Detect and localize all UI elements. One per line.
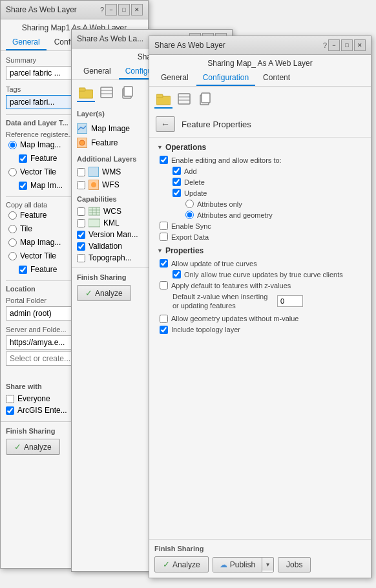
wfs-check[interactable] (77, 181, 85, 189)
feature-check[interactable] (19, 154, 27, 163)
copy-feature-check-label: Feature (30, 265, 57, 274)
copy-tile-radio[interactable] (8, 225, 17, 233)
back-btn[interactable]: ← (156, 116, 175, 132)
copy-map-image-label: Map Imag... (20, 238, 61, 247)
kml-check[interactable] (77, 219, 85, 227)
operations-header[interactable]: ▼ Operations (157, 143, 363, 152)
tab-general-3[interactable]: General (154, 70, 195, 86)
wcs-check[interactable] (77, 207, 85, 216)
list-svg (100, 86, 113, 99)
btn-row-3: ✓ Analyze ☁ Publish ▾ Jobs (154, 556, 366, 572)
wcs-icon (89, 207, 100, 216)
publish-main-btn[interactable]: ☁ Publish (213, 558, 262, 572)
validation-label: Validation (89, 242, 122, 251)
toolbar-folder-icon-3[interactable] (154, 90, 172, 109)
toolbar-list-icon[interactable] (98, 84, 116, 102)
question-icon-3[interactable]: ? (323, 41, 327, 49)
delete-check[interactable] (172, 178, 181, 186)
analyze-label-3: Analyze (172, 560, 200, 569)
analyze-btn-2[interactable]: ✓ Analyze (77, 285, 131, 301)
minimize-btn-3[interactable]: − (328, 39, 340, 51)
operations-label: Operations (165, 143, 206, 152)
attributes-geometry-label: Attributes and geometry (197, 211, 273, 219)
analyze-btn-1[interactable]: ✓ Analyze (6, 439, 60, 455)
attributes-geometry-radio[interactable] (185, 211, 194, 219)
finish-sharing-3: Finish Sharing ✓ Analyze ☁ Publish ▾ Job… (149, 539, 371, 578)
add-check[interactable] (172, 167, 181, 175)
export-data-row: Export Data (160, 233, 363, 241)
radio-vector-tile-label: Vector Tile (20, 167, 56, 176)
feature-check-label: Feature (30, 154, 57, 163)
copy-map-image-radio[interactable] (8, 238, 17, 247)
toolbar-list-icon-3[interactable] (175, 90, 193, 109)
allow-geometry-check[interactable] (160, 315, 168, 323)
allow-true-curves-check[interactable] (160, 259, 168, 268)
apply-default-label: Apply default to features with z-values (171, 282, 291, 289)
export-data-check[interactable] (160, 233, 168, 241)
topography-check[interactable] (77, 254, 85, 262)
add-row: Add (172, 167, 363, 175)
everyone-label: Everyone (17, 394, 50, 403)
map-im-check-label: Map Im... (30, 181, 63, 190)
radio-map-image-input[interactable] (8, 141, 17, 149)
back-arrow-icon: ← (161, 119, 170, 129)
validation-check[interactable] (77, 242, 85, 251)
wms-check[interactable] (77, 168, 85, 176)
minimize-btn-1[interactable]: − (105, 4, 117, 16)
include-topology-label: Include topology layer (171, 326, 240, 333)
toolbar-copy-icon-3[interactable] (196, 90, 214, 109)
check-icon-analyze-3: ✓ (163, 560, 170, 569)
properties-section-label: Properties (165, 246, 204, 255)
analyze-btn-3[interactable]: ✓ Analyze (154, 556, 209, 572)
include-topology-check[interactable] (160, 326, 168, 334)
arcgis-check[interactable] (6, 406, 14, 415)
allow-geometry-row: Allow geometry updates without m-value (160, 315, 363, 323)
svg-rect-6 (124, 87, 132, 96)
include-topology-row: Include topology layer (160, 326, 363, 334)
default-z-input[interactable] (277, 295, 303, 307)
map-im-check[interactable] (19, 182, 27, 190)
topography-label: Topograph... (89, 253, 132, 262)
map-image-label: Map Image (91, 124, 130, 133)
svg-point-10 (91, 182, 96, 187)
question-icon-1[interactable]: ? (100, 6, 104, 14)
jobs-btn[interactable]: Jobs (278, 557, 311, 572)
maximize-btn-3[interactable]: □ (341, 39, 353, 51)
copy-feature-radio[interactable] (8, 211, 17, 220)
default-z-row: Default z-value when inserting or updati… (160, 292, 363, 311)
enable-sync-row: Enable Sync (160, 222, 363, 230)
tab-content-3[interactable]: Content (256, 70, 297, 86)
version-check[interactable] (77, 231, 85, 239)
enable-sync-check[interactable] (160, 222, 168, 230)
tab-general-1[interactable]: General (6, 35, 47, 50)
delete-label: Delete (184, 178, 205, 186)
list-svg-3 (178, 92, 191, 105)
copy-feature-check[interactable] (19, 266, 27, 274)
update-check[interactable] (172, 189, 181, 197)
svg-rect-9 (90, 168, 98, 176)
default-z-label: Default z-value when inserting or updati… (172, 292, 269, 311)
publish-dropdown-btn[interactable]: ▾ (262, 558, 273, 571)
allow-true-curves-label: Allow update of true curves (171, 260, 257, 268)
toolbar-copy-icon[interactable] (118, 84, 136, 102)
copy-feature-label: Feature (20, 211, 47, 220)
properties-header[interactable]: ▼ Properties (157, 246, 363, 255)
everyone-check[interactable] (6, 395, 14, 403)
analyze-label-2: Analyze (95, 289, 123, 298)
map-image-icon (77, 123, 87, 134)
apply-default-check[interactable] (160, 281, 168, 289)
close-btn-3[interactable]: ✕ (354, 39, 366, 51)
enable-editing-check[interactable] (160, 156, 168, 164)
copy-vector-radio[interactable] (8, 252, 17, 260)
maximize-btn-1[interactable]: □ (118, 4, 130, 16)
tab-general-2[interactable]: General (77, 64, 118, 79)
only-true-curves-check[interactable] (172, 270, 181, 278)
tab-configuration-3[interactable]: Configuration (196, 70, 255, 86)
wcs-label: WCS (103, 207, 121, 216)
title-bar-1: Share As Web Layer ? − □ ✕ (1, 1, 148, 19)
close-btn-1[interactable]: ✕ (131, 4, 143, 16)
radio-vector-tile-input[interactable] (8, 168, 17, 176)
attributes-only-radio[interactable] (185, 200, 194, 208)
toolbar-folder-icon[interactable] (77, 84, 95, 102)
title-bar-3: Share As Web Layer ? − □ ✕ (149, 36, 371, 55)
